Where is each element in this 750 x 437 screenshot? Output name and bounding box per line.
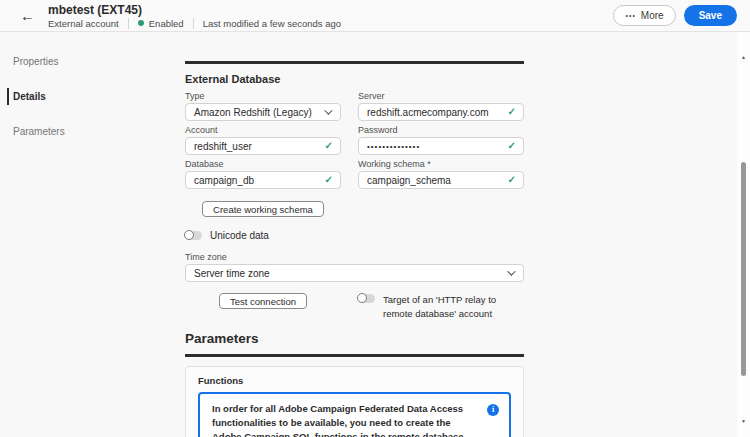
entity-type-label: External account <box>48 18 119 29</box>
password-label: Password <box>358 125 524 135</box>
field-type: Type Amazon Redshift (Legacy) <box>185 91 341 121</box>
page-header: ← mbetest (EXT45) External account Enabl… <box>0 0 750 32</box>
sidebar-item-label: Parameters <box>13 126 65 137</box>
http-relay-toggle[interactable] <box>358 294 375 303</box>
scrollbar-thumb[interactable] <box>741 162 746 376</box>
database-label: Database <box>185 159 341 169</box>
working-schema-field-wrap: ✓ <box>358 171 524 189</box>
scroll-up-button[interactable]: ▲ <box>737 54 750 60</box>
test-connection-button[interactable]: Test connection <box>219 293 307 309</box>
field-database: Database ✓ <box>185 159 341 189</box>
functions-title: Functions <box>198 375 511 386</box>
create-schema-row: Create working schema <box>185 201 524 217</box>
ellipsis-icon: ••• <box>625 12 635 19</box>
field-account: Account ✓ <box>185 125 341 155</box>
section-divider <box>185 61 524 64</box>
more-button-label: More <box>641 10 664 21</box>
account-input[interactable] <box>194 141 332 152</box>
chevron-down-icon <box>324 106 332 114</box>
password-field-wrap: ✓ <box>358 137 524 155</box>
sidebar-item-details[interactable]: Details <box>0 85 185 108</box>
info-icon: i <box>487 404 499 416</box>
status-badge: Enabled <box>138 18 184 29</box>
main-content: External Database Type Amazon Redshift (… <box>185 32 524 437</box>
server-input[interactable] <box>367 107 515 118</box>
field-server: Server ✓ <box>358 91 524 121</box>
sidebar-item-label: Details <box>13 91 46 102</box>
valid-check-icon: ✓ <box>508 175 516 185</box>
parameters-section-title: Parameters <box>185 331 524 346</box>
more-button[interactable]: ••• More <box>613 5 675 26</box>
toggle-knob <box>357 293 367 303</box>
scroll-down-button[interactable]: ▼ <box>737 418 750 424</box>
unicode-toggle-row: Unicode data <box>185 230 524 241</box>
valid-check-icon: ✓ <box>325 175 333 185</box>
parameters-divider <box>185 354 524 357</box>
subtitle-separator <box>128 18 129 29</box>
back-arrow-icon: ← <box>20 7 35 24</box>
database-input[interactable] <box>194 175 332 186</box>
account-field-wrap: ✓ <box>185 137 341 155</box>
create-working-schema-button[interactable]: Create working schema <box>202 201 324 217</box>
server-label: Server <box>358 91 524 101</box>
sidebar: Properties Details Parameters <box>0 32 185 437</box>
timezone-select-value: Server time zone <box>194 268 270 279</box>
sidebar-item-parameters[interactable]: Parameters <box>0 120 185 143</box>
chevron-down-icon <box>507 267 515 275</box>
http-relay-toggle-row: Target of an 'HTTP relay to remote datab… <box>358 293 524 321</box>
sidebar-item-label: Properties <box>13 56 59 67</box>
functions-info-text: In order for all Adobe Campaign Federate… <box>212 402 477 437</box>
working-schema-label: Working schema * <box>358 159 524 169</box>
timezone-label: Time zone <box>185 252 524 262</box>
title-block: mbetest (EXT45) External account Enabled… <box>48 3 341 29</box>
section-title-external-database: External Database <box>185 73 524 85</box>
type-select-value: Amazon Redshift (Legacy) <box>194 107 312 118</box>
unicode-toggle[interactable] <box>185 231 202 240</box>
valid-check-icon: ✓ <box>325 141 333 151</box>
type-label: Type <box>185 91 341 101</box>
last-modified-text: Last modified a few seconds ago <box>203 18 341 29</box>
form-grid: Type Amazon Redshift (Legacy) Server ✓ A… <box>185 91 524 189</box>
unicode-toggle-label: Unicode data <box>210 230 269 241</box>
toggle-knob <box>184 230 194 240</box>
account-label: Account <box>185 125 341 135</box>
field-password: Password ✓ <box>358 125 524 155</box>
functions-panel: Functions In order for all Adobe Campaig… <box>185 366 524 437</box>
status-dot-icon <box>138 20 144 26</box>
database-field-wrap: ✓ <box>185 171 341 189</box>
valid-check-icon: ✓ <box>508 107 516 117</box>
back-button[interactable]: ← <box>20 8 35 23</box>
valid-check-icon: ✓ <box>508 141 516 151</box>
functions-info-box: In order for all Adobe Campaign Federate… <box>198 392 511 437</box>
header-actions: ••• More Save <box>613 5 737 26</box>
http-relay-toggle-label: Target of an 'HTTP relay to remote datab… <box>383 293 524 321</box>
subtitle-row: External account Enabled Last modified a… <box>48 18 341 29</box>
server-field-wrap: ✓ <box>358 103 524 121</box>
status-label: Enabled <box>149 18 184 29</box>
type-select[interactable]: Amazon Redshift (Legacy) <box>185 103 341 121</box>
sidebar-item-properties[interactable]: Properties <box>0 50 185 73</box>
field-working-schema: Working schema * ✓ <box>358 159 524 189</box>
vertical-scrollbar: ▲ ▼ <box>737 32 750 437</box>
working-schema-input[interactable] <box>367 175 515 186</box>
page-title: mbetest (EXT45) <box>48 3 341 17</box>
password-input[interactable] <box>367 142 515 151</box>
subtitle-separator <box>193 18 194 29</box>
test-connection-row: Test connection Target of an 'HTTP relay… <box>185 293 524 321</box>
timezone-select[interactable]: Server time zone <box>185 264 524 282</box>
save-button[interactable]: Save <box>684 5 737 26</box>
